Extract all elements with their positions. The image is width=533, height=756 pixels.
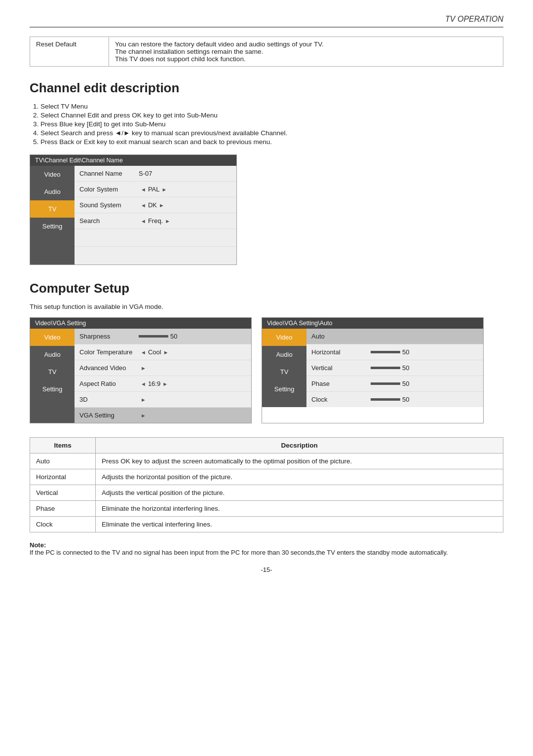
channel-edit-sidebar: Video Audio TV Setting — [30, 166, 75, 265]
table-row: Auto Press OK key to adjust the screen a… — [30, 454, 503, 469]
vga-right-sidebar: Video Audio TV Setting — [262, 329, 306, 407]
color-temp-row: Color Temperature ◄ Cool ► — [75, 344, 251, 360]
item-clock: Clock — [30, 517, 96, 532]
auto-row: Auto — [306, 329, 483, 344]
reset-default-desc: You can restore the factory default vide… — [109, 37, 503, 67]
clock-slider[interactable] — [371, 398, 400, 401]
table-row: Vertical Adjusts the vertical position o… — [30, 485, 503, 501]
vga-right-sidebar-audio[interactable]: Audio — [262, 346, 306, 363]
vga-left-sidebar-video[interactable]: Video — [30, 329, 75, 346]
computer-setup-heading: Computer Setup — [30, 281, 503, 296]
vga-left-sidebar-audio[interactable]: Audio — [30, 346, 75, 363]
vga-left-sidebar: Video Audio TV Setting — [30, 329, 75, 423]
sidebar-item-audio[interactable]: Audio — [30, 183, 75, 200]
vga-left-content: Sharpness 50 Color Temperature ◄ Cool ► … — [75, 329, 251, 423]
vga-left-panel-title: Video\VGA Setting — [30, 318, 251, 329]
vertical-slider[interactable] — [371, 367, 400, 369]
vga-left-sidebar-setting[interactable]: Setting — [30, 380, 75, 398]
item-vertical: Vertical — [30, 485, 96, 501]
vga-right-sidebar-video[interactable]: Video — [262, 329, 306, 346]
desc-clock: Eliminate the vertical interfering lines… — [96, 517, 503, 532]
desc-auto: Press OK key to adjust the screen automa… — [96, 454, 503, 469]
note-text: If the PC is connected to the TV and no … — [30, 549, 448, 556]
advanced-video-row: Advanced Video ► — [75, 360, 251, 376]
desc-table-header-desc: Decsription — [96, 438, 503, 454]
desc-vertical: Adjusts the vertical position of the pic… — [96, 485, 503, 501]
vertical-row: Vertical 50 — [306, 360, 483, 376]
table-row: Horizontal Adjusts the horizontal positi… — [30, 469, 503, 485]
sidebar-item-tv[interactable]: TV — [30, 200, 75, 218]
item-horizontal: Horizontal — [30, 469, 96, 485]
search-row: Search ◄ Freq. ► — [75, 213, 236, 229]
item-phase: Phase — [30, 501, 96, 517]
channel-name-row: Channel Name S-07 — [75, 166, 236, 182]
sound-system-row: Sound System ◄ DK ► — [75, 197, 236, 213]
vga-right-panel: Video\VGA Setting\Auto Video Audio TV Se… — [262, 317, 484, 423]
description-table: Items Decsription Auto Press OK key to a… — [30, 437, 503, 532]
horizontal-slider[interactable] — [371, 351, 400, 353]
channel-edit-heading: Channel edit description — [30, 80, 503, 96]
sharpness-row: Sharpness 50 — [75, 329, 251, 344]
desc-table-header-items: Items — [30, 438, 96, 454]
reset-default-table: Reset Default You can restore the factor… — [30, 37, 503, 67]
item-auto: Auto — [30, 454, 96, 469]
vga-right-sidebar-setting[interactable]: Setting — [262, 380, 306, 398]
vga-left-panel: Video\VGA Setting Video Audio TV Setting… — [30, 317, 252, 423]
vga-right-sidebar-tv[interactable]: TV — [262, 363, 306, 380]
empty-row-2 — [75, 247, 236, 265]
vga-left-sidebar-tv[interactable]: TV — [30, 363, 75, 380]
clock-row: Clock 50 — [306, 392, 483, 407]
color-system-row: Color System ◄ PAL ► — [75, 182, 236, 197]
table-row: Phase Eliminate the horizontal interferi… — [30, 501, 503, 517]
note-section: Note: If the PC is connected to the TV a… — [30, 541, 503, 556]
vga-panels-row: Video\VGA Setting Video Audio TV Setting… — [30, 317, 503, 423]
vga-right-panel-title: Video\VGA Setting\Auto — [262, 318, 483, 329]
desc-horizontal: Adjusts the horizontal position of the p… — [96, 469, 503, 485]
channel-edit-content: Channel Name S-07 Color System ◄ PAL ► S… — [75, 166, 236, 265]
page-number: -15- — [30, 566, 503, 573]
vga-right-content: Auto Horizontal 50 Vertical 50 Phase — [306, 329, 483, 407]
empty-row-1 — [75, 229, 236, 247]
page-header: TV OPERATION — [30, 15, 503, 28]
desc-phase: Eliminate the horizontal interfering lin… — [96, 501, 503, 517]
horizontal-row: Horizontal 50 — [306, 344, 483, 360]
channel-edit-panel-title: TV\Channel Edit\Channel Name — [30, 155, 236, 166]
vga-setting-row: VGA Setting ► — [75, 408, 251, 423]
sharpness-slider[interactable] — [139, 335, 168, 338]
sidebar-item-setting[interactable]: Setting — [30, 218, 75, 235]
phase-slider[interactable] — [371, 382, 400, 385]
phase-row: Phase 50 — [306, 376, 483, 392]
computer-setup-desc: This setup function is available in VGA … — [30, 303, 503, 310]
table-row: Clock Eliminate the vertical interfering… — [30, 517, 503, 532]
3d-row: 3D ► — [75, 392, 251, 408]
channel-edit-instructions: Select TV Menu Select Channel Edit and p… — [30, 103, 503, 146]
channel-edit-panel: TV\Channel Edit\Channel Name Video Audio… — [30, 154, 237, 265]
sidebar-item-video[interactable]: Video — [30, 166, 75, 183]
aspect-ratio-row: Aspect Ratio ◄ 16:9 ► — [75, 376, 251, 392]
note-label: Note: — [30, 541, 46, 549]
reset-default-label: Reset Default — [30, 37, 109, 67]
